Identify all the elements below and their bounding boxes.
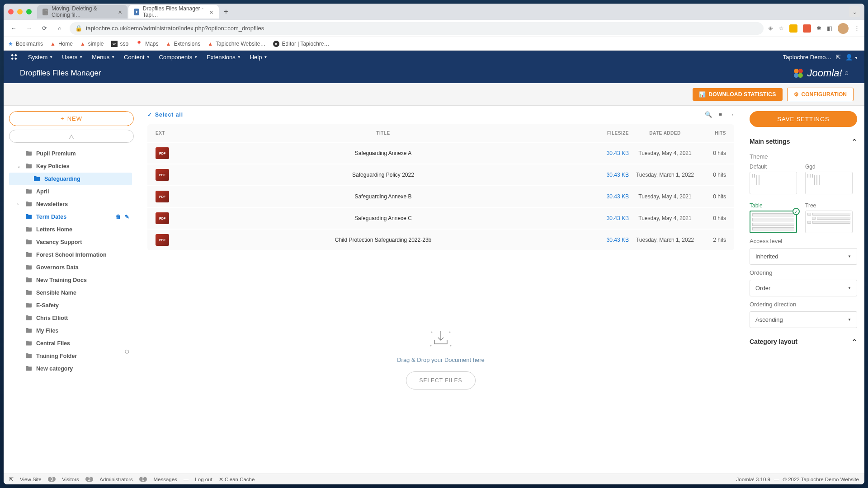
folder-item[interactable]: Chris Elliott — [9, 312, 132, 324]
external-link-icon: ⇱ — [9, 476, 14, 483]
admins-label[interactable]: Administrators — [99, 477, 133, 482]
folder-item[interactable]: Governors Data — [9, 261, 132, 274]
main-settings-header[interactable]: Main settings ⌃ — [750, 134, 857, 149]
folder-item[interactable]: Safeguarding — [9, 173, 132, 185]
folder-item[interactable]: ⌄Key Policies — [9, 160, 132, 173]
menu-system[interactable]: System ▼ — [24, 52, 57, 62]
menu-menus[interactable]: Menus ▼ — [88, 52, 118, 62]
file-row[interactable]: PDFChild Protection Safeguarding 2022-23… — [147, 229, 734, 250]
bookmark-item[interactable]: ▲Home — [50, 41, 73, 47]
back-button[interactable]: ← — [8, 23, 19, 34]
access-level-select[interactable]: Inherited ▼ — [750, 248, 857, 265]
bookmark-item[interactable]: ▲simple — [80, 41, 104, 47]
folder-item[interactable]: E-Safety — [9, 299, 132, 312]
folder-item[interactable]: Forest School Information — [9, 249, 132, 261]
url-input[interactable]: 🔒 tapiochre.co.uk/demo/administrator/ind… — [70, 22, 764, 35]
theme-option-table[interactable]: Table✓ — [750, 202, 797, 233]
header-title[interactable]: TITLE — [183, 131, 584, 136]
window-close-icon[interactable] — [8, 9, 14, 14]
download-stats-button[interactable]: 📊 DOWNLOAD STATISTICS — [693, 88, 783, 101]
folder-item[interactable]: ›Newsletters — [9, 198, 132, 211]
file-row[interactable]: PDFSafeguarding Annexe C30.43 KBTuesday,… — [147, 207, 734, 229]
menu-users[interactable]: Users ▼ — [58, 52, 86, 62]
close-icon[interactable]: × — [118, 8, 122, 16]
bookmark-item[interactable]: ★Bookmarks — [8, 41, 43, 47]
folder-item[interactable]: My Files — [9, 324, 132, 337]
more-icon[interactable]: ⋮ — [854, 25, 860, 32]
category-layout-header[interactable]: Category layout ⌃ — [750, 334, 857, 349]
browser-tab-0[interactable]: ⬚ Moving, Deleting & Cloning fil… × — [37, 5, 127, 19]
user-icon[interactable]: 👤 ▼ — [845, 54, 858, 61]
bookmark-item[interactable]: ●Editor | Tapiochre… — [273, 41, 330, 47]
ordering-select[interactable]: Order ▼ — [750, 280, 857, 296]
file-row[interactable]: PDFSafeguarding Annexe B30.43 KBTuesday,… — [147, 185, 734, 207]
folder-item[interactable]: Letters Home — [9, 223, 132, 236]
dropzone[interactable]: Drag & Drop your Document here SELECT FI… — [147, 250, 734, 468]
menu-extensions[interactable]: Extensions ▼ — [203, 52, 245, 62]
external-link-icon[interactable]: ⇱ — [836, 54, 841, 61]
bookmark-item[interactable]: ▲Tapiochre Website… — [208, 41, 265, 47]
folder-item[interactable]: Term Dates🗑✎ — [9, 211, 132, 223]
theme-option-tree[interactable]: Tree — [805, 202, 853, 233]
close-icon[interactable]: × — [209, 8, 213, 16]
file-row[interactable]: PDFSafeguarding Policy 202230.43 KBTuesd… — [147, 164, 734, 185]
folder-label: Sensible Name — [36, 290, 76, 296]
view-site-link[interactable]: View Site — [20, 477, 42, 482]
extension-icon[interactable] — [789, 24, 797, 33]
select-all-button[interactable]: ✓ Select all — [147, 112, 183, 118]
configuration-button[interactable]: ⚙ CONFIGURATION — [787, 88, 854, 101]
filter-icon[interactable]: ≡ — [718, 111, 722, 118]
folder-item[interactable]: Training Folder — [9, 350, 132, 362]
folder-item[interactable]: Central Files — [9, 337, 132, 350]
trash-icon[interactable]: 🗑 — [116, 214, 121, 220]
logout-link[interactable]: Log out — [195, 477, 212, 482]
access-level-label: Access level — [750, 238, 857, 244]
header-size[interactable]: FILESIZE — [584, 131, 629, 136]
reload-button[interactable]: ⟳ — [39, 23, 50, 34]
chevron-down-icon[interactable]: ⌄ — [849, 6, 860, 17]
edit-icon[interactable]: ✎ — [125, 214, 129, 220]
extension-icon[interactable] — [803, 24, 811, 33]
home-button[interactable]: ⌂ — [54, 23, 65, 34]
window-min-icon[interactable] — [17, 9, 23, 14]
arrow-right-icon[interactable]: → — [728, 111, 734, 118]
folder-item[interactable]: Sensible Name — [9, 286, 132, 299]
bookmark-item[interactable]: 📍Maps — [136, 41, 158, 47]
folder-item[interactable]: Vacancy Support — [9, 236, 132, 249]
bookmark-item[interactable]: wsso — [111, 41, 129, 47]
sync-button[interactable]: △ — [9, 130, 134, 143]
save-settings-button[interactable]: SAVE SETTINGS — [750, 111, 857, 127]
folder-item[interactable]: New category — [9, 362, 132, 375]
select-files-button[interactable]: SELECT FILES — [406, 371, 475, 389]
extensions-icon[interactable]: ✱ — [816, 25, 821, 32]
clean-cache-link[interactable]: ✕ Clean Cache — [219, 476, 255, 483]
file-row[interactable]: PDFSafeguarding Annexe A30.43 KBTuesday,… — [147, 142, 734, 164]
search-icon[interactable]: 🔍 — [705, 111, 712, 118]
header-hits[interactable]: HITS — [701, 131, 726, 136]
bookmark-icon[interactable]: ☆ — [778, 25, 784, 32]
menu-components[interactable]: Components ▼ — [156, 52, 202, 62]
browser-tab-1[interactable]: ✦ Dropfiles Files Manager - Tapi… × — [128, 5, 219, 19]
menu-content[interactable]: Content ▼ — [120, 52, 153, 62]
site-name-link[interactable]: Tapiochre Demo… — [783, 54, 832, 61]
bookmark-item[interactable]: ▲Extensions — [166, 41, 201, 47]
theme-option-ggd[interactable]: Ggd — [805, 164, 853, 194]
forward-button[interactable]: → — [24, 23, 34, 34]
joomla-icon[interactable] — [10, 53, 18, 61]
new-button[interactable]: + NEW — [9, 111, 134, 126]
folder-item[interactable]: New Training Docs — [9, 274, 132, 286]
folder-item[interactable]: Pupil Premium — [9, 147, 132, 160]
profile-avatar[interactable] — [838, 23, 849, 34]
install-icon[interactable]: ⊕ — [768, 25, 773, 32]
theme-option-default[interactable]: Default — [750, 164, 797, 194]
new-tab-button[interactable]: + — [220, 5, 232, 18]
messages-label[interactable]: Messages — [153, 477, 177, 482]
folder-item[interactable]: April — [9, 185, 132, 198]
window-max-icon[interactable] — [26, 9, 32, 14]
panel-icon[interactable]: ◧ — [827, 25, 832, 32]
visitors-label[interactable]: Visitors — [62, 477, 79, 482]
header-date[interactable]: DATE ADDED — [629, 131, 701, 136]
header-ext[interactable]: EXT — [156, 131, 183, 136]
ordering-dir-select[interactable]: Ascending ▼ — [750, 311, 857, 328]
menu-help[interactable]: Help ▼ — [246, 52, 271, 62]
